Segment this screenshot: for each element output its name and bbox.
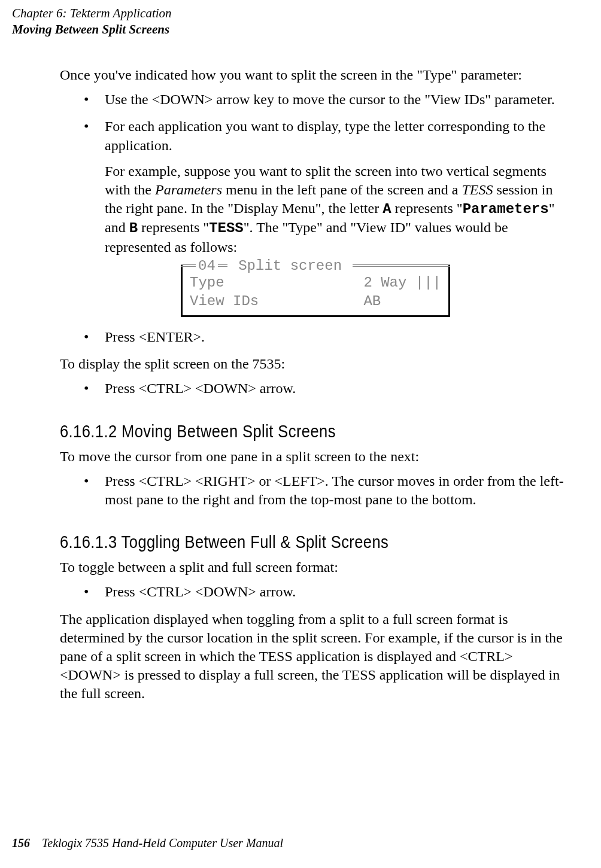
page-content: Once you've indicated how you want to sp… bbox=[60, 66, 571, 703]
bullet-list-1: Use the <DOWN> arrow key to move the cur… bbox=[84, 90, 571, 257]
paragraph: To move the cursor from one pane in a sp… bbox=[60, 447, 571, 466]
terminal-value: AB bbox=[363, 292, 441, 310]
page-number: 156 bbox=[12, 836, 30, 849]
terminal-legend-num: 04 bbox=[196, 257, 218, 275]
paragraph: To toggle between a split and full scree… bbox=[60, 558, 571, 577]
page-footer: 156 Teklogix 7535 Hand-Held Computer Use… bbox=[12, 836, 283, 850]
list-item: Press <ENTER>. bbox=[84, 328, 571, 346]
terminal-value: 2 Way ||| bbox=[363, 273, 441, 292]
list-item-text: Press <ENTER>. bbox=[105, 329, 205, 345]
text-mono: Parameters bbox=[463, 201, 549, 217]
text-mono: A bbox=[383, 201, 391, 217]
list-item-text: Press <CTRL> <DOWN> arrow. bbox=[105, 584, 296, 599]
list-item: Press <CTRL> <DOWN> arrow. bbox=[84, 379, 571, 398]
list-item-text: Press <CTRL> <DOWN> arrow. bbox=[105, 380, 296, 396]
text-run: represents " bbox=[138, 220, 209, 235]
list-item-text: Use the <DOWN> arrow key to move the cur… bbox=[105, 92, 555, 107]
list-item-text: For each application you want to display… bbox=[105, 118, 545, 153]
section-heading-toggling: 6.16.1.3 Toggling Between Full & Split S… bbox=[60, 530, 494, 553]
terminal-legend-line bbox=[218, 264, 227, 267]
text-run: menu in the left pane of the screen and … bbox=[222, 182, 462, 197]
paragraph: To display the split screen on the 7535: bbox=[60, 355, 571, 373]
terminal-label: Type bbox=[190, 273, 224, 292]
terminal-legend-line bbox=[181, 264, 196, 267]
list-item: Press <CTRL> <RIGHT> or <LEFT>. The curs… bbox=[84, 472, 571, 509]
footer-manual-title: Teklogix 7535 Hand-Held Computer User Ma… bbox=[42, 836, 283, 849]
bullet-list-2: Press <ENTER>. bbox=[84, 328, 571, 346]
text-run: represents " bbox=[391, 200, 463, 216]
text-mono: B bbox=[129, 220, 138, 236]
list-item: Use the <DOWN> arrow key to move the cur… bbox=[84, 90, 571, 109]
paragraph: The application displayed when toggling … bbox=[60, 610, 571, 703]
text-mono: TESS bbox=[209, 220, 244, 236]
section-heading-moving: 6.16.1.2 Moving Between Split Screens bbox=[60, 419, 494, 443]
list-item: Press <CTRL> <DOWN> arrow. bbox=[84, 583, 571, 601]
bullet-list-3: Press <CTRL> <DOWN> arrow. bbox=[84, 379, 571, 398]
terminal-row: Type 2 Way ||| bbox=[190, 273, 441, 292]
terminal-label: View IDs bbox=[190, 292, 259, 310]
terminal-legend-line bbox=[353, 264, 450, 267]
intro-paragraph: Once you've indicated how you want to sp… bbox=[60, 66, 571, 84]
text-italic: Parameters bbox=[155, 182, 222, 197]
list-item-text: Press <CTRL> <RIGHT> or <LEFT>. The curs… bbox=[105, 473, 564, 507]
header-chapter: Chapter 6: Tekterm Application bbox=[12, 6, 571, 21]
header-section-title: Moving Between Split Screens bbox=[12, 22, 571, 37]
list-item: For each application you want to display… bbox=[84, 117, 571, 256]
bullet-list-5: Press <CTRL> <DOWN> arrow. bbox=[84, 583, 571, 601]
terminal-row: View IDs AB bbox=[190, 292, 441, 310]
terminal-legend-title: Split screen bbox=[227, 257, 353, 275]
terminal-screen-box: 04 Split screen Type 2 Way ||| View IDs … bbox=[181, 265, 450, 317]
terminal-legend: 04 Split screen bbox=[181, 257, 450, 275]
text-italic: TESS bbox=[462, 182, 493, 197]
bullet-list-4: Press <CTRL> <RIGHT> or <LEFT>. The curs… bbox=[84, 472, 571, 509]
list-item-subparagraph: For example, suppose you want to split t… bbox=[105, 162, 571, 257]
